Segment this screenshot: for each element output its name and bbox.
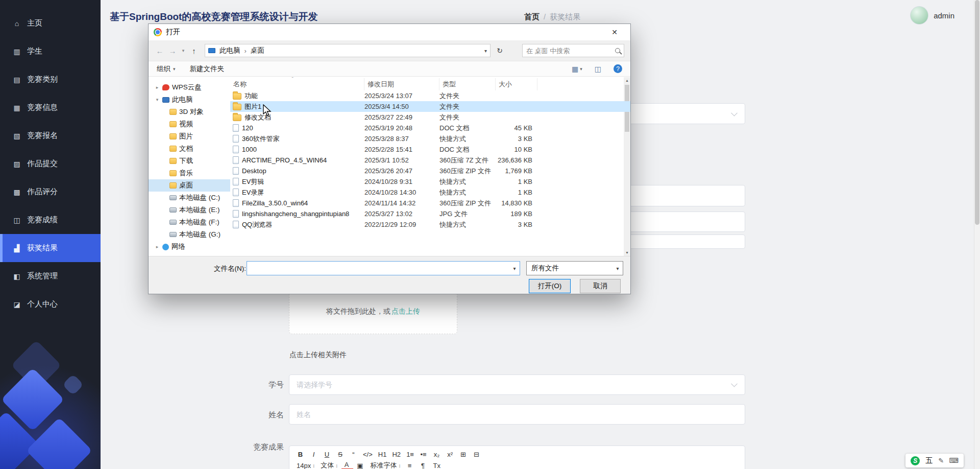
tree-item[interactable]: 桌面 <box>149 179 230 192</box>
new-folder-button[interactable]: 新建文件夹 <box>190 64 225 74</box>
sidebar-menu-item[interactable]: ▤ 竞赛类别 <box>0 65 101 93</box>
editor-toolbar-button[interactable]: 1≡ <box>404 449 416 459</box>
address-dropdown-icon[interactable]: ▾ <box>484 48 487 54</box>
tree-item[interactable]: ▸ WPS云盘 <box>149 81 230 93</box>
student-id-select[interactable] <box>289 374 745 395</box>
file-row[interactable]: Desktop 2025/3/26 20:47 360压缩 ZIP 文件 1,7… <box>230 166 630 176</box>
view-mode-button[interactable]: ▦ ▾ <box>572 65 582 73</box>
ime-mode-label[interactable]: 五 <box>925 456 933 465</box>
back-icon[interactable]: ← <box>155 46 165 55</box>
file-row[interactable]: QQ浏览器 2022/12/29 12:09 快捷方式 3 KB <box>230 219 630 230</box>
file-row[interactable]: FileZilla_3.50.0_win64 2024/11/14 14:32 … <box>230 198 630 208</box>
chevron-down-icon[interactable]: ▾ <box>509 262 520 275</box>
sidebar-menu-item[interactable]: ◪ 个人中心 <box>0 290 101 318</box>
editor-toolbar-button[interactable]: S <box>334 449 346 459</box>
sidebar-menu-item[interactable]: ▩ 作品评分 <box>0 178 101 206</box>
filename-combobox[interactable]: ▾ <box>247 261 520 275</box>
file-row[interactable]: EV录屏 2024/10/28 14:30 快捷方式 1 KB <box>230 187 630 198</box>
avatar[interactable] <box>910 6 928 25</box>
editor-toolbar-button[interactable]: </> <box>361 449 375 459</box>
editor-toolbar-button[interactable]: U <box>321 449 333 459</box>
open-button[interactable]: 打开(O) <box>529 279 571 293</box>
editor-toolbar-button[interactable]: •≡ <box>418 449 429 459</box>
filename-input[interactable] <box>247 262 509 275</box>
tree-item[interactable]: 下载 <box>149 155 230 167</box>
page-scrollbar[interactable] <box>974 0 980 469</box>
editor-toolbar-widget[interactable]: 标准字体↕ <box>369 460 403 469</box>
name-field[interactable] <box>289 404 745 425</box>
column-header[interactable]: 大小 <box>496 78 537 90</box>
tree-item[interactable]: 音乐 <box>149 167 230 179</box>
editor-toolbar-button[interactable]: B <box>295 449 306 459</box>
close-icon[interactable]: ✕ <box>604 24 625 40</box>
preview-pane-button[interactable]: ◫ <box>595 65 601 73</box>
editor-toolbar-widget[interactable]: ≡ <box>405 460 416 469</box>
editor-toolbar-button[interactable]: x² <box>444 449 456 459</box>
sogou-logo-icon[interactable]: S <box>911 456 920 465</box>
editor-toolbar-button[interactable]: ⊞ <box>457 449 469 459</box>
sidebar-menu-item[interactable]: ▥ 学生 <box>0 37 101 65</box>
student-id-input[interactable] <box>289 375 745 394</box>
help-icon[interactable]: ? <box>614 64 622 73</box>
address-bar[interactable]: 此电脑 › 桌面 ▾ <box>205 44 491 57</box>
editor-toolbar-widget[interactable]: ▣ <box>355 460 366 469</box>
file-row[interactable]: 图片1 2025/3/4 14:50 文件夹 <box>230 101 630 112</box>
sidebar-menu-item[interactable]: ◧ 系统管理 <box>0 262 101 290</box>
user-menu[interactable]: admin <box>910 6 954 25</box>
file-row[interactable]: lingshishangcheng_shangpintupian8 2025/3… <box>230 208 630 219</box>
up-icon[interactable]: ↑ <box>189 46 199 55</box>
sidebar-menu-item[interactable]: ▨ 作品提交 <box>0 150 101 178</box>
editor-toolbar-button[interactable]: H1 <box>376 449 389 459</box>
tree-expander-icon[interactable]: ▸ <box>155 244 160 249</box>
tree-item[interactable]: 本地磁盘 (C:) <box>149 192 230 204</box>
editor-toolbar-button[interactable]: I <box>308 449 320 459</box>
history-dropdown-icon[interactable]: ▾ <box>180 48 186 53</box>
editor-toolbar-button[interactable]: H2 <box>390 449 403 459</box>
file-row[interactable]: 1000 2025/2/28 15:41 DOC 文档 10 KB <box>230 144 630 155</box>
page-scrollbar-thumb[interactable] <box>975 0 979 225</box>
cancel-button[interactable]: 取消 <box>580 279 621 293</box>
address-segment-this-pc[interactable]: 此电脑 <box>218 46 241 55</box>
file-row[interactable]: 120 2025/3/19 20:48 DOC 文档 45 KB <box>230 123 630 133</box>
file-row[interactable]: 功能 2025/3/24 13:07 文件夹 <box>230 90 630 101</box>
forward-icon[interactable]: → <box>167 46 178 55</box>
editor-toolbar-widget[interactable]: ¶ <box>418 460 430 469</box>
breadcrumb-home[interactable]: 首页 <box>524 12 540 22</box>
editor-toolbar-widget[interactable]: Tx <box>431 460 444 469</box>
sidebar-menu-item[interactable]: ▟ 获奖结果 <box>0 234 101 262</box>
upload-dropzone[interactable]: 将文件拖到此处，或 点击上传 <box>289 289 457 334</box>
tree-item[interactable]: ▸ 网络 <box>149 241 230 253</box>
column-header[interactable]: 类型 <box>439 78 496 90</box>
tree-expander-icon[interactable]: ▾ <box>155 97 160 102</box>
tree-item[interactable]: 本地磁盘 (E:) <box>149 204 230 216</box>
sidebar-menu-item[interactable]: ▦ 竞赛信息 <box>0 93 101 122</box>
search-input[interactable] <box>526 47 612 55</box>
file-row[interactable]: ARCTIME_PRO_4.5_WIN64 2025/3/1 10:52 360… <box>230 155 630 166</box>
tree-item[interactable]: 3D 对象 <box>149 106 230 118</box>
address-segment-desktop[interactable]: 桌面 <box>250 46 265 55</box>
filetype-dropdown[interactable]: 所有文件 ▾ <box>526 261 623 275</box>
tree-item[interactable]: 文档 <box>149 143 230 155</box>
tree-item[interactable]: 图片 <box>149 130 230 143</box>
editor-toolbar-button[interactable]: x₂ <box>431 449 443 459</box>
column-header[interactable]: 名称 ˆ <box>230 78 364 90</box>
organize-button[interactable]: 组织 ▾ <box>157 64 176 74</box>
file-row[interactable]: 修改文档 2025/3/27 22:49 文件夹 <box>230 112 630 123</box>
editor-toolbar-widget[interactable]: 14px↕ <box>295 460 317 469</box>
editor-toolbar-button[interactable]: ⊟ <box>471 449 482 459</box>
editor-toolbar-widget[interactable]: 文体↕ <box>318 460 340 469</box>
ime-tool-icon[interactable]: ⌨ <box>949 457 959 464</box>
upload-link[interactable]: 点击上传 <box>391 307 420 316</box>
sidebar-menu-item[interactable]: ⌂ 主页 <box>0 9 101 37</box>
file-row[interactable]: EV剪辑 2024/10/28 9:31 快捷方式 1 KB <box>230 176 630 187</box>
tree-item[interactable]: 视频 <box>149 118 230 130</box>
editor-toolbar-widget[interactable]: A <box>341 461 353 469</box>
search-box[interactable] <box>522 44 624 57</box>
name-input[interactable] <box>289 405 745 424</box>
sidebar-menu-item[interactable]: ▧ 竞赛报名 <box>0 122 101 150</box>
editor-toolbar-button[interactable]: “ <box>348 449 359 459</box>
tree-item[interactable]: ▾ 此电脑 <box>149 93 230 106</box>
tree-expander-icon[interactable]: ▸ <box>155 85 160 90</box>
sidebar-menu-item[interactable]: ◫ 竞赛成绩 <box>0 206 101 234</box>
refresh-icon[interactable]: ↻ <box>493 44 506 57</box>
